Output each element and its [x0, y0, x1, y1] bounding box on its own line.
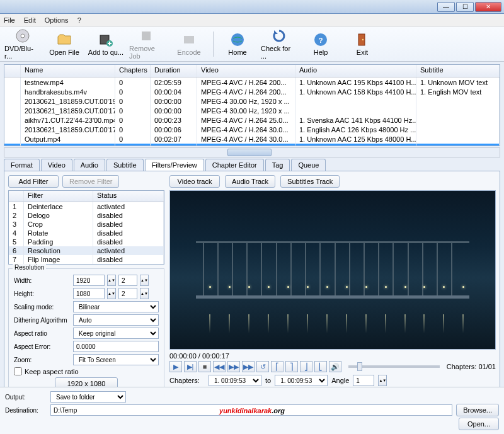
help-icon: ? [313, 32, 328, 47]
scaling-select[interactable]: Bilinear [73, 301, 159, 312]
col-duration[interactable]: Duration [151, 65, 197, 77]
video-track-button[interactable]: Video track [169, 175, 220, 188]
height-step[interactable] [118, 288, 137, 299]
menu-help[interactable]: ? [77, 16, 81, 24]
width-label: Width: [14, 277, 71, 284]
col-subtitle[interactable]: Subtitle [416, 65, 500, 77]
step-back-button[interactable]: ▶▶ [227, 361, 240, 372]
filter-row[interactable]: 7Flip Imagedisabled [9, 255, 164, 264]
mark-out-button[interactable]: ⎤ [285, 361, 298, 372]
chapter-to-select[interactable]: 1. 00:09:53 [275, 375, 328, 386]
window-close-button[interactable]: ✕ [475, 2, 501, 12]
col-icon[interactable] [4, 65, 21, 77]
fcol-status[interactable]: Status [93, 191, 164, 202]
tab-tag[interactable]: Tag [265, 159, 290, 171]
tab-queue[interactable]: Queue [291, 159, 326, 171]
filter-row[interactable]: 1Deinterlaceactivated [9, 202, 164, 211]
fcol-filter[interactable]: Filter [24, 191, 93, 202]
height-spinner[interactable]: ▲▼ [107, 288, 116, 299]
col-audio[interactable]: Audio [295, 65, 416, 77]
filter-list: Filter Status 1Deinterlaceactivated2Delo… [8, 190, 164, 265]
help-button[interactable]: ?Help [302, 29, 340, 59]
aspect-error-value [73, 341, 159, 352]
seek-slider[interactable] [348, 365, 440, 368]
mark-in-button[interactable]: ⎡ [271, 361, 284, 372]
width-spinner[interactable]: ▲▼ [107, 275, 116, 286]
width-step[interactable] [118, 275, 137, 286]
file-row[interactable]: aikhv71.CUT.22'44-23'00.mp4000:00:23MPEG… [4, 115, 500, 125]
check-updates-button[interactable]: Check for ... [260, 29, 298, 59]
tab-subtitle[interactable]: Subtitle [106, 159, 144, 171]
home-button[interactable]: Home [219, 29, 256, 59]
height-input[interactable] [73, 288, 105, 299]
angle-input[interactable] [353, 375, 374, 386]
forward-button[interactable]: ▶▶ [242, 361, 255, 372]
add-to-queue-button[interactable]: Add to qu... [87, 29, 125, 59]
file-row[interactable]: videocut.mkv100:00:17MPEG-4 AVC / H.264 … [4, 144, 500, 146]
col-chapters[interactable]: Chapters [115, 65, 151, 77]
subtitles-track-button[interactable]: Subtitles Track [280, 175, 340, 188]
width-input[interactable] [73, 275, 105, 286]
encode-label: Encode [177, 49, 200, 56]
filter-row[interactable]: 2Delogodisabled [9, 211, 164, 220]
toolbar: DVD/Blu-r... Open File Add to qu... Remo… [0, 26, 504, 62]
skip-back-button[interactable]: ⎦ [300, 361, 312, 372]
tab-video[interactable]: Video [41, 159, 72, 171]
browse-button[interactable]: Browse... [456, 404, 499, 416]
menu-file[interactable]: File [4, 16, 15, 24]
menu-edit[interactable]: Edit [24, 16, 36, 24]
filter-row[interactable]: 5Paddingdisabled [9, 237, 164, 246]
height-step-spinner[interactable]: ▲▼ [140, 288, 149, 299]
tab-filters-preview[interactable]: Filters/Preview [145, 159, 204, 171]
next-frame-button[interactable]: ▶| [184, 361, 197, 372]
exit-button[interactable]: Exit [343, 29, 381, 59]
open-file-button[interactable]: Open File [45, 29, 83, 59]
col-video[interactable]: Video [197, 65, 295, 77]
stop-button[interactable]: ■ [198, 361, 211, 372]
file-list: Name Chapters Duration Video Audio Subti… [4, 64, 500, 146]
dither-select[interactable]: Auto [73, 314, 159, 326]
zoom-select[interactable]: Fit To Screen [73, 354, 159, 365]
add-filter-button[interactable]: Add Filter [8, 175, 59, 188]
file-row[interactable]: Output.mp4000:02:07MPEG-4 AVC / H.264 30… [4, 134, 500, 144]
audio-track-button[interactable]: Audio Track [225, 175, 275, 188]
file-list-scrollbar[interactable] [4, 147, 500, 157]
encode-button: Encode [170, 29, 208, 59]
disc-icon [15, 28, 30, 43]
tab-audio[interactable]: Audio [74, 159, 105, 171]
window-minimize-button[interactable]: — [437, 2, 455, 12]
tab-chapter-editor[interactable]: Chapter Editor [205, 159, 264, 171]
skip-fwd-button[interactable]: ⎣ [314, 361, 327, 372]
fcol-index[interactable] [9, 191, 24, 202]
tabstrip: Format Video Audio Subtitle Filters/Prev… [4, 159, 500, 171]
file-row[interactable]: testnew.mp4002:05:59MPEG-4 AVC / H.264 2… [4, 77, 500, 87]
chapter-to-label: to [265, 377, 271, 384]
tab-format[interactable]: Format [4, 159, 40, 171]
audio-button[interactable]: 🔊 [329, 361, 341, 372]
aspect-select[interactable]: Keep original [73, 328, 159, 339]
filters-panel: Add Filter Remove Filter Filter Status 1… [4, 171, 500, 404]
rewind-button[interactable]: ◀◀ [213, 361, 226, 372]
height-label: Height: [14, 290, 71, 297]
history-button[interactable]: ↺ [256, 361, 269, 372]
output-select[interactable]: Save to folder [50, 391, 126, 403]
play-button[interactable]: ▶ [169, 361, 182, 372]
filter-row[interactable]: 4Rotatedisabled [9, 229, 164, 237]
filter-row[interactable]: 6Resolutionactivated [9, 246, 164, 255]
col-name[interactable]: Name [21, 65, 115, 77]
window-maximize-button[interactable]: ☐ [456, 2, 474, 12]
keep-aspect-checkbox[interactable] [14, 367, 22, 375]
menu-options[interactable]: Options [45, 16, 69, 24]
destination-input[interactable] [50, 404, 452, 416]
file-row[interactable]: handbrakesubs.m4v000:00:04MPEG-4 AVC / H… [4, 87, 500, 96]
file-row[interactable]: 20130621_181859.CUT.00'19-00'2...000:00:… [4, 96, 500, 106]
file-row[interactable]: 20130621_181859.CUT.00'17-00'2...000:00:… [4, 106, 500, 115]
width-step-spinner[interactable]: ▲▼ [140, 275, 149, 286]
open-button[interactable]: Open... [459, 418, 499, 430]
dvd-bluray-button[interactable]: DVD/Blu-r... [4, 29, 42, 59]
angle-spinner[interactable]: ▲▼ [378, 375, 387, 386]
chapter-from-select[interactable]: 1. 00:09:53 [209, 375, 261, 386]
encode-icon [181, 32, 197, 47]
file-row[interactable]: 20130621_181859.CUT.00'17-00'2...000:00:… [4, 125, 500, 134]
filter-row[interactable]: 3Cropdisabled [9, 220, 164, 229]
